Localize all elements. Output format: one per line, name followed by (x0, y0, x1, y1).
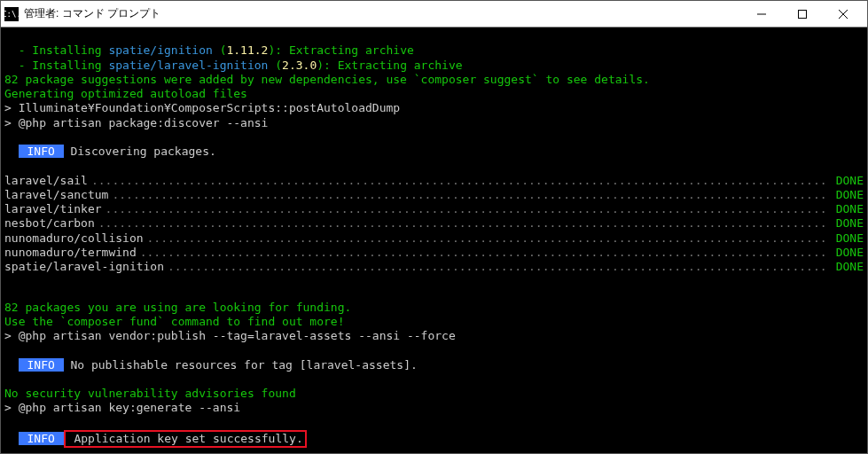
info-badge: INFO (19, 358, 64, 372)
dot-leader: ........................................… (108, 188, 828, 202)
info-badge: INFO (19, 145, 64, 158)
info-line: INFO Discovering packages. (4, 145, 216, 158)
package-name: nesbot/carbon (4, 216, 95, 231)
info-line-highlighted: INFO Application key set successfully. (4, 432, 307, 445)
window-title: 管理者: コマンド プロンプト (24, 6, 741, 21)
window-controls (741, 1, 864, 27)
svg-rect-1 (799, 10, 807, 18)
close-button[interactable] (823, 1, 864, 27)
done-label: DONE (829, 216, 864, 231)
done-label: DONE (829, 246, 864, 260)
script-line: > Illuminate¥Foundation¥ComposerScripts:… (4, 101, 400, 114)
suggestion-line: 82 package suggestions were added by new… (4, 73, 650, 86)
script-line: > @php artisan package:discover --ansi (4, 116, 268, 129)
package-name: laravel/sanctum (4, 188, 108, 202)
done-label: DONE (829, 231, 864, 246)
dot-leader: ........................................… (102, 202, 829, 216)
done-label: DONE (829, 188, 864, 202)
package-row: nesbot/carbon ..........................… (4, 216, 864, 231)
package-row: laravel/sanctum ........................… (4, 188, 864, 202)
script-line: > @php artisan key:generate --ansi (4, 401, 240, 414)
info-badge: INFO (19, 432, 64, 445)
security-line: No security vulnerability advisories fou… (4, 387, 296, 400)
package-name: laravel/tinker (4, 202, 102, 216)
package-name: nunomaduro/collision (4, 231, 144, 246)
done-label: DONE (829, 174, 864, 188)
maximize-button[interactable] (782, 1, 823, 27)
package-row: spatie/laravel-ignition ................… (4, 260, 864, 274)
install-line: - Installing spatie/laravel-ignition (2.… (4, 59, 463, 72)
dot-leader: ........................................… (95, 216, 829, 231)
package-row: nunomaduro/collision ...................… (4, 231, 864, 246)
minimize-button[interactable] (741, 1, 782, 27)
dot-leader: ........................................… (144, 231, 829, 246)
package-row: laravel/tinker .........................… (4, 202, 864, 216)
done-label: DONE (829, 202, 864, 216)
dot-leader: ........................................… (137, 246, 829, 260)
dot-leader: ........................................… (88, 174, 829, 188)
package-row: laravel/sail ...........................… (4, 174, 864, 188)
package-name: spatie/laravel-ignition (4, 260, 164, 274)
info-line: INFO No publishable resources for tag [l… (4, 358, 418, 372)
package-row: nunomaduro/termwind ....................… (4, 246, 864, 260)
package-name: laravel/sail (4, 174, 88, 188)
highlight-box: Application key set successfully. (64, 430, 307, 448)
terminal-window: C:\. 管理者: コマンド プロンプト - Installing spatie… (0, 0, 868, 454)
script-line: > @php artisan vendor:publish --tag=lara… (4, 329, 456, 342)
done-label: DONE (829, 260, 864, 274)
install-line: - Installing spatie/ignition (1.11.2): E… (4, 43, 414, 57)
titlebar[interactable]: C:\. 管理者: コマンド プロンプト (1, 1, 867, 27)
terminal-output[interactable]: - Installing spatie/ignition (1.11.2): E… (1, 27, 867, 453)
autoload-line: Generating optimized autoload files (4, 87, 247, 100)
package-list: laravel/sail ...........................… (4, 174, 864, 286)
dot-leader: ........................................… (164, 260, 829, 274)
funding-line: 82 packages you are using are looking fo… (4, 301, 351, 314)
cmd-icon: C:\. (4, 7, 19, 21)
package-name: nunomaduro/termwind (4, 246, 137, 260)
funding-line: Use the `composer fund` command to find … (4, 315, 345, 328)
